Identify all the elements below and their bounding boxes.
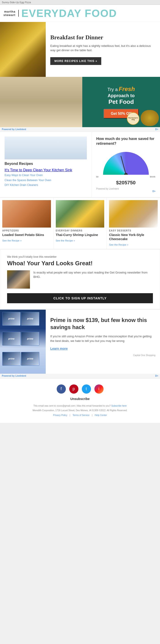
logo: martha stewart	[4, 10, 19, 17]
prime-text-2: prime	[27, 318, 33, 320]
hero-description: Eating breakfast at night has a slightly…	[50, 44, 156, 52]
gauge-labels: $0 $500k	[96, 176, 156, 178]
browser-tab: Sunny-Side-Up Egg Pizza	[0, 0, 160, 5]
ad-indicator: D>	[155, 128, 158, 130]
newsletter-title: Whoa! Your Yard Looks Great!	[7, 260, 153, 267]
ad-indicator-2: D>	[155, 374, 158, 377]
prime-box-2: prime	[21, 312, 39, 326]
legal-line1: This email was sent to xxxxx@gmail.com |…	[10, 404, 150, 408]
logo-line2: stewart	[4, 13, 16, 17]
savings-title: How much do you have saved for retiremen…	[96, 136, 156, 146]
terms-of-service-link[interactable]: Terms of Service	[72, 414, 89, 417]
ad-pet-food-text: Pet Food	[108, 98, 134, 105]
facebook-icon[interactable]: f	[57, 384, 66, 394]
recipe-card-0: APPETIZERS Loaded Sweet Potato Skins See…	[0, 198, 54, 249]
prime-text-3: prime	[8, 338, 14, 340]
pinterest-icon[interactable]: p	[69, 384, 78, 394]
savings-powered-label: Powered by	[96, 188, 108, 190]
amazon-title: Prime is now $139, but few know this sav…	[50, 316, 156, 331]
pet-ad-image	[0, 77, 82, 127]
savings-live-intent: LiveIntent	[109, 188, 119, 190]
prime-box-1: prime	[2, 312, 20, 326]
recipe-card-2: EASY DESSERTS Classic New York-Style Che…	[107, 198, 160, 249]
pet-ad-content: Try a Fresh Approach to Pet Food Get 50%…	[82, 77, 160, 127]
savings-section: How much do you have saved for retiremen…	[92, 132, 160, 197]
logo-line1: martha	[4, 10, 15, 13]
pet-food-image	[140, 110, 159, 126]
social-footer: f p t i Unsubscribe This email was sent …	[0, 378, 160, 423]
recipe-name-1: Thai-Curry Shrimp Linguine	[56, 233, 104, 237]
beyond-link-1[interactable]: Easy Ways to Clean Your Oven	[4, 174, 87, 177]
live-intent-brand-2: LiveIntent	[15, 374, 26, 377]
beyond-link-0[interactable]: It's Time to Deep Clean Your Kitchen Sin…	[4, 168, 72, 172]
kitchen-image	[4, 136, 87, 160]
recipe-card-1: EVERYDAY DINNERS Thai-Curry Shrimp Lingu…	[54, 198, 107, 249]
hero-title: Breakfast for Dinner	[50, 34, 156, 41]
help-center-link[interactable]: Help Center	[95, 414, 107, 417]
social-icons: f p t i	[6, 384, 154, 394]
powered-bar-2: Powered by LiveIntent D>	[0, 374, 160, 378]
privacy-policy-link[interactable]: Privacy Policy	[53, 414, 67, 417]
amazon-source: Capital One Shopping	[50, 354, 156, 356]
more-recipes-button[interactable]: MORE RECIPES LIKE THIS »	[50, 57, 101, 65]
live-intent-brand: LiveIntent	[15, 128, 26, 130]
recipe-image-2	[109, 200, 158, 228]
powered-bar-1: Powered by LiveIntent D>	[0, 127, 160, 132]
ad-approach-text: Approach to	[108, 93, 135, 98]
recipe-link-0[interactable]: See the Recipe »	[2, 239, 22, 242]
amazon-description: If you're still using Amazon Prime under…	[50, 334, 156, 343]
unsubscribe-link[interactable]: Unsubscribe	[6, 397, 154, 401]
newsletter-content: Is exactly what people will say when you…	[7, 270, 153, 288]
recipe-category-2: EASY DESSERTS	[109, 230, 158, 232]
header: martha stewart EVERYDAY FOOD	[0, 5, 160, 22]
prime-text-1: prime	[8, 318, 14, 320]
pet-food-ad: Try a Fresh Approach to Pet Food Get 50%…	[0, 77, 160, 127]
newsletter-section: We think you'll totally love this newsle…	[0, 249, 160, 309]
powered-label-2: Powered by	[2, 374, 15, 377]
prime-text-6: prime	[27, 358, 33, 360]
prime-box-6: prime	[21, 352, 39, 366]
beyond-links: It's Time to Deep Clean Your Kitchen Sin…	[4, 168, 87, 187]
subscribe-here-link[interactable]: Subscribe here	[111, 404, 127, 407]
tab-title: Sunny-Side-Up Egg Pizza	[2, 1, 31, 4]
hero-section: Breakfast for Dinner Eating breakfast at…	[0, 22, 160, 77]
amazon-ad: prime prime prime prime prime prime Prim…	[0, 310, 160, 374]
amazon-content: Prime is now $139, but few know this sav…	[46, 310, 160, 374]
hero-content: Breakfast for Dinner Eating breakfast at…	[46, 22, 160, 77]
newsletter-description: Is exactly what people will say when you…	[33, 270, 153, 279]
recipe-link-1[interactable]: See the Recipe »	[56, 239, 75, 242]
recipe-image-0	[2, 200, 51, 228]
recipe-category-0: APPETIZERS	[2, 230, 51, 232]
recipe-name-2: Classic New York-Style Cheesecake	[109, 233, 158, 241]
footer-links: Privacy Policy | Terms of Service | Help…	[10, 414, 150, 417]
live-intent-label: Powered by LiveIntent	[2, 128, 26, 130]
ad-fresh-text: Fresh	[119, 86, 135, 92]
recipe-link-2[interactable]: See the Recipe »	[109, 243, 128, 246]
prime-box-3: prime	[2, 332, 20, 346]
prime-box-4: prime	[21, 332, 39, 346]
beyond-link-3[interactable]: DIY Kitchen Drain Cleaners	[4, 184, 87, 187]
beyond-link-2[interactable]: Clean the Spaces Between Your Oven	[4, 178, 87, 182]
footer-legal: This email was sent to xxxxx@gmail.com |…	[6, 404, 154, 417]
recipe-name-0: Loaded Sweet Potato Skins	[2, 233, 51, 237]
newsletter-image	[7, 270, 30, 288]
recipe-image-1	[56, 200, 104, 228]
mid-section: Beyond Recipes It's Time to Deep Clean Y…	[0, 132, 160, 197]
savings-amount: $205750	[116, 180, 136, 186]
pizza-image	[0, 22, 46, 77]
prime-text-4: prime	[27, 338, 33, 340]
live-intent-label-2: Powered by LiveIntent	[2, 374, 26, 377]
twitter-icon[interactable]: t	[82, 384, 91, 394]
newsletter-cta-button[interactable]: CLICK TO SIGN UP INSTANTLY	[7, 293, 153, 303]
instagram-icon[interactable]: i	[94, 384, 104, 394]
recipe-category-1: EVERYDAY DINNERS	[56, 230, 104, 232]
beyond-title: Beyond Recipes	[4, 162, 87, 166]
gauge-arc	[103, 152, 149, 175]
gauge	[103, 150, 149, 175]
learn-more-link[interactable]: Learn more	[50, 347, 68, 350]
gauge-label-min: $0	[96, 176, 98, 178]
savings-ad-indicator: D>	[96, 190, 156, 192]
recipe-row: APPETIZERS Loaded Sweet Potato Skins See…	[0, 198, 160, 249]
legal-line2: Meredith Corporation, 1716 Locust Street…	[10, 409, 150, 412]
prime-text-5: prime	[8, 358, 14, 360]
